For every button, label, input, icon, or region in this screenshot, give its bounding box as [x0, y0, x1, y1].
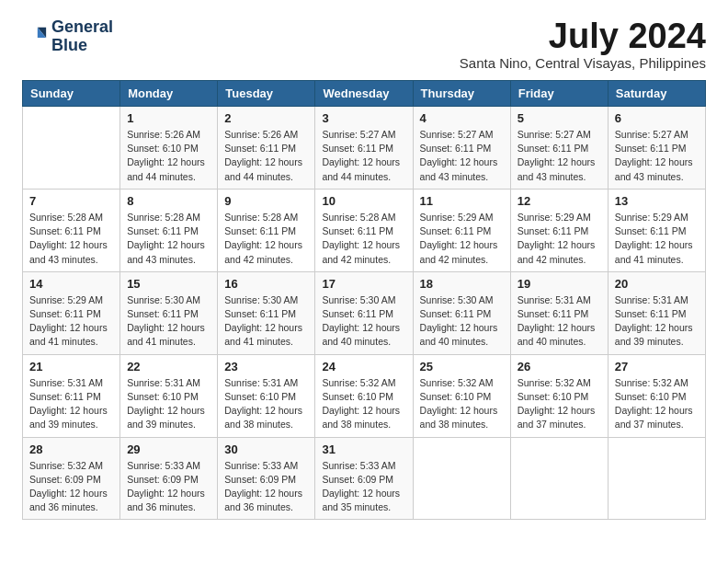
calendar-cell: 8Sunrise: 5:28 AMSunset: 6:11 PMDaylight… — [120, 189, 218, 271]
header-day-saturday: Saturday — [608, 81, 705, 107]
day-number: 14 — [29, 277, 113, 291]
calendar-header-row: SundayMondayTuesdayWednesdayThursdayFrid… — [23, 81, 706, 107]
day-info: Sunrise: 5:29 AMSunset: 6:11 PMDaylight:… — [615, 211, 699, 267]
logo-icon — [22, 24, 48, 50]
day-number: 28 — [29, 442, 113, 456]
calendar-cell — [413, 437, 510, 520]
calendar-cell: 21Sunrise: 5:31 AMSunset: 6:11 PMDayligh… — [23, 354, 120, 437]
calendar-cell: 9Sunrise: 5:28 AMSunset: 6:11 PMDaylight… — [218, 189, 315, 271]
header-day-thursday: Thursday — [413, 81, 510, 107]
day-number: 13 — [615, 194, 699, 208]
day-info: Sunrise: 5:31 AMSunset: 6:10 PMDaylight:… — [224, 376, 308, 432]
day-number: 15 — [127, 277, 210, 291]
calendar-cell: 26Sunrise: 5:32 AMSunset: 6:10 PMDayligh… — [510, 354, 608, 437]
day-info: Sunrise: 5:30 AMSunset: 6:11 PMDaylight:… — [420, 293, 504, 350]
day-info: Sunrise: 5:28 AMSunset: 6:11 PMDaylight:… — [127, 211, 210, 267]
day-number: 11 — [420, 194, 504, 208]
day-number: 27 — [615, 360, 699, 373]
day-info: Sunrise: 5:29 AMSunset: 6:11 PMDaylight:… — [420, 211, 504, 267]
day-number: 29 — [127, 442, 210, 456]
calendar-cell: 7Sunrise: 5:28 AMSunset: 6:11 PMDaylight… — [23, 189, 120, 271]
day-info: Sunrise: 5:32 AMSunset: 6:10 PMDaylight:… — [518, 376, 601, 432]
calendar-table: SundayMondayTuesdayWednesdayThursdayFrid… — [22, 80, 706, 520]
logo: General Blue — [22, 18, 113, 55]
calendar-cell: 12Sunrise: 5:29 AMSunset: 6:11 PMDayligh… — [510, 189, 608, 271]
day-number: 20 — [615, 277, 699, 291]
day-number: 30 — [224, 442, 308, 456]
day-number: 4 — [420, 111, 504, 125]
day-number: 9 — [224, 194, 308, 208]
calendar-week-2: 7Sunrise: 5:28 AMSunset: 6:11 PMDaylight… — [23, 189, 706, 271]
page-header: General Blue July 2024 Santa Nino, Centr… — [22, 18, 706, 71]
day-number: 17 — [322, 277, 405, 291]
header-day-wednesday: Wednesday — [315, 81, 413, 107]
day-number: 22 — [127, 360, 210, 373]
day-number: 26 — [518, 360, 601, 373]
calendar-cell: 22Sunrise: 5:31 AMSunset: 6:10 PMDayligh… — [120, 354, 218, 437]
calendar-cell: 10Sunrise: 5:28 AMSunset: 6:11 PMDayligh… — [315, 189, 413, 271]
day-info: Sunrise: 5:31 AMSunset: 6:11 PMDaylight:… — [518, 293, 601, 350]
day-number: 25 — [420, 360, 504, 373]
calendar-cell: 6Sunrise: 5:27 AMSunset: 6:11 PMDaylight… — [608, 107, 705, 190]
day-info: Sunrise: 5:30 AMSunset: 6:11 PMDaylight:… — [224, 293, 308, 350]
day-info: Sunrise: 5:30 AMSunset: 6:11 PMDaylight:… — [322, 293, 405, 350]
day-info: Sunrise: 5:29 AMSunset: 6:11 PMDaylight:… — [29, 293, 113, 350]
calendar-week-1: 1Sunrise: 5:26 AMSunset: 6:10 PMDaylight… — [23, 107, 706, 190]
calendar-cell: 14Sunrise: 5:29 AMSunset: 6:11 PMDayligh… — [23, 271, 120, 354]
day-info: Sunrise: 5:30 AMSunset: 6:11 PMDaylight:… — [127, 293, 210, 350]
calendar-cell: 5Sunrise: 5:27 AMSunset: 6:11 PMDaylight… — [510, 107, 608, 190]
location-subtitle: Santa Nino, Central Visayas, Philippines — [460, 55, 706, 71]
calendar-cell: 17Sunrise: 5:30 AMSunset: 6:11 PMDayligh… — [315, 271, 413, 354]
day-number: 19 — [518, 277, 601, 291]
header-day-sunday: Sunday — [23, 81, 120, 107]
day-info: Sunrise: 5:26 AMSunset: 6:11 PMDaylight:… — [224, 128, 308, 184]
calendar-cell: 2Sunrise: 5:26 AMSunset: 6:11 PMDaylight… — [218, 107, 315, 190]
title-area: July 2024 Santa Nino, Central Visayas, P… — [460, 18, 706, 71]
day-info: Sunrise: 5:32 AMSunset: 6:10 PMDaylight:… — [615, 376, 699, 432]
day-info: Sunrise: 5:28 AMSunset: 6:11 PMDaylight:… — [29, 211, 113, 267]
day-info: Sunrise: 5:31 AMSunset: 6:10 PMDaylight:… — [127, 376, 210, 432]
day-info: Sunrise: 5:27 AMSunset: 6:11 PMDaylight:… — [322, 128, 405, 184]
day-info: Sunrise: 5:28 AMSunset: 6:11 PMDaylight:… — [224, 211, 308, 267]
calendar-cell: 19Sunrise: 5:31 AMSunset: 6:11 PMDayligh… — [510, 271, 608, 354]
header-day-tuesday: Tuesday — [218, 81, 315, 107]
day-number: 24 — [322, 360, 405, 373]
calendar-cell — [510, 437, 608, 520]
day-info: Sunrise: 5:32 AMSunset: 6:09 PMDaylight:… — [29, 459, 113, 515]
calendar-week-4: 21Sunrise: 5:31 AMSunset: 6:11 PMDayligh… — [23, 354, 706, 437]
day-info: Sunrise: 5:33 AMSunset: 6:09 PMDaylight:… — [224, 459, 308, 515]
day-number: 10 — [322, 194, 405, 208]
calendar-cell: 30Sunrise: 5:33 AMSunset: 6:09 PMDayligh… — [218, 437, 315, 520]
day-info: Sunrise: 5:33 AMSunset: 6:09 PMDaylight:… — [322, 459, 405, 515]
calendar-week-5: 28Sunrise: 5:32 AMSunset: 6:09 PMDayligh… — [23, 437, 706, 520]
day-number: 5 — [518, 111, 601, 125]
calendar-cell: 31Sunrise: 5:33 AMSunset: 6:09 PMDayligh… — [315, 437, 413, 520]
day-info: Sunrise: 5:26 AMSunset: 6:10 PMDaylight:… — [127, 128, 210, 184]
calendar-cell: 18Sunrise: 5:30 AMSunset: 6:11 PMDayligh… — [413, 271, 510, 354]
day-number: 18 — [420, 277, 504, 291]
day-info: Sunrise: 5:33 AMSunset: 6:09 PMDaylight:… — [127, 459, 210, 515]
day-number: 21 — [29, 360, 113, 373]
calendar-cell — [23, 107, 120, 190]
calendar-cell: 27Sunrise: 5:32 AMSunset: 6:10 PMDayligh… — [608, 354, 705, 437]
calendar-week-3: 14Sunrise: 5:29 AMSunset: 6:11 PMDayligh… — [23, 271, 706, 354]
day-number: 1 — [127, 111, 210, 125]
calendar-cell: 25Sunrise: 5:32 AMSunset: 6:10 PMDayligh… — [413, 354, 510, 437]
calendar-cell: 15Sunrise: 5:30 AMSunset: 6:11 PMDayligh… — [120, 271, 218, 354]
calendar-cell: 4Sunrise: 5:27 AMSunset: 6:11 PMDaylight… — [413, 107, 510, 190]
day-info: Sunrise: 5:32 AMSunset: 6:10 PMDaylight:… — [322, 376, 405, 432]
calendar-cell: 11Sunrise: 5:29 AMSunset: 6:11 PMDayligh… — [413, 189, 510, 271]
day-number: 7 — [29, 194, 113, 208]
day-info: Sunrise: 5:27 AMSunset: 6:11 PMDaylight:… — [615, 128, 699, 184]
calendar-cell: 16Sunrise: 5:30 AMSunset: 6:11 PMDayligh… — [218, 271, 315, 354]
calendar-cell — [608, 437, 705, 520]
day-info: Sunrise: 5:31 AMSunset: 6:11 PMDaylight:… — [29, 376, 113, 432]
calendar-cell: 28Sunrise: 5:32 AMSunset: 6:09 PMDayligh… — [23, 437, 120, 520]
day-number: 6 — [615, 111, 699, 125]
day-number: 16 — [224, 277, 308, 291]
day-number: 2 — [224, 111, 308, 125]
header-day-friday: Friday — [510, 81, 608, 107]
calendar-cell: 23Sunrise: 5:31 AMSunset: 6:10 PMDayligh… — [218, 354, 315, 437]
calendar-cell: 3Sunrise: 5:27 AMSunset: 6:11 PMDaylight… — [315, 107, 413, 190]
calendar-cell: 24Sunrise: 5:32 AMSunset: 6:10 PMDayligh… — [315, 354, 413, 437]
